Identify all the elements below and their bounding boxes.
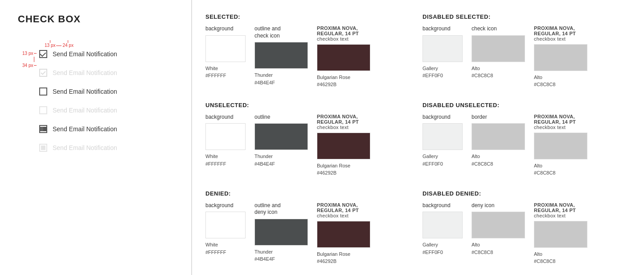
unselected-row: background White #FFFFFF outline Thunder…	[205, 114, 414, 177]
disabled-denied-icon-colorname: Alto #C8C8C8	[472, 241, 525, 256]
selected-font: PROXIMA NOVA,REGULAR, 14 PTcheckbox text…	[317, 25, 370, 88]
denied-outline-label: outline anddeny icon	[254, 202, 308, 216]
checkbox-label-unselected: Send Email Notification	[53, 88, 117, 95]
disabled-selected-font-colorname: Alto #C8C8C8	[534, 74, 587, 88]
disabled-unselected-font-colorname: Alto #C8C8C8	[534, 162, 587, 177]
denied-font: PROXIMA NOVA,REGULAR, 14 PTcheckbox text…	[317, 202, 370, 265]
disabled-selected-font-label: PROXIMA NOVA,REGULAR, 14 PTcheckbox text	[534, 25, 587, 42]
denied-font-colorname: Bulgarian Rose #46292B	[317, 250, 370, 265]
selected-bg-label: background	[205, 25, 246, 33]
denied-outline-swatch	[254, 219, 308, 246]
checkbox-box-denied-disabled	[39, 144, 47, 152]
unselected-bg-swatch	[205, 123, 246, 150]
checkbox-box-selected[interactable]	[39, 50, 47, 58]
checkbox-label-denied: Send Email Notification	[53, 125, 117, 133]
checkbox-label-denied-disabled: Send Email Notification	[53, 144, 117, 151]
checkbox-box-selected-disabled	[39, 69, 47, 77]
disabled-unselected-bg-colorname: Gallery #EFF0F0	[422, 153, 463, 167]
unselected-section: UNSELECTED: background White #FFFFFF out…	[205, 97, 414, 181]
unselected-title: UNSELECTED:	[205, 102, 414, 108]
checkbox-unselected-disabled: Send Email Notification	[39, 106, 173, 114]
disabled-selected-check: check icon Alto #C8C8C8	[472, 25, 525, 79]
selected-row: background White #FFFFFF outline andchec…	[205, 25, 414, 88]
main-container: CHECK BOX 13 px 24 px 13 px	[0, 0, 644, 275]
disabled-selected-row: background Gallery #EFF0F0 check icon Al…	[422, 25, 631, 88]
unselected-font-swatch	[317, 133, 370, 159]
unselected-bg-label: background	[205, 114, 246, 121]
disabled-denied-row: background Gallery #EFF0F0 deny icon Alt…	[422, 202, 631, 265]
disabled-unselected-font-swatch	[534, 133, 587, 159]
selected-title: SELECTED:	[205, 13, 414, 20]
disabled-denied-font-label: PROXIMA NOVA,REGULAR, 14 PTcheckbox text	[534, 202, 587, 218]
disabled-selected-check-label: check icon	[472, 25, 525, 33]
checkbox-box-unselected-disabled	[39, 106, 47, 114]
selected-font-colorname: Bulgarian Rose #46292B	[317, 74, 370, 88]
disabled-unselected-bg-swatch	[422, 123, 463, 150]
disabled-unselected-font-label: PROXIMA NOVA,REGULAR, 14 PTcheckbox text	[534, 114, 587, 130]
checkbox-label-selected-disabled: Send Email Notification	[53, 69, 117, 76]
disabled-denied-icon-swatch	[472, 212, 525, 238]
checkbox-denied[interactable]: Send Email Notification	[39, 125, 173, 133]
unselected-font-label: PROXIMA NOVA,REGULAR, 14 PTcheckbox text	[317, 114, 370, 130]
checkbox-box-unselected[interactable]	[39, 88, 47, 96]
denied-font-swatch	[317, 221, 370, 248]
disabled-denied-bg-swatch	[422, 212, 463, 238]
selected-background: background White #FFFFFF	[205, 25, 246, 79]
denied-bg-label: background	[205, 202, 246, 209]
disabled-unselected-title: DISABLED UNSELECTED:	[422, 102, 631, 108]
unselected-font-colorname: Bulgarian Rose #46292B	[317, 162, 370, 177]
selected-font-label: PROXIMA NOVA,REGULAR, 14 PTcheckbox text	[317, 25, 370, 42]
unselected-bg-colorname: White #FFFFFF	[205, 153, 246, 167]
disabled-selected-title: DISABLED SELECTED:	[422, 13, 631, 20]
denied-row: background White #FFFFFF outline anddeny…	[205, 202, 414, 265]
unselected-font: PROXIMA NOVA,REGULAR, 14 PTcheckbox text…	[317, 114, 370, 177]
selected-bg-colorname: White #FFFFFF	[205, 65, 246, 79]
left-panel: CHECK BOX 13 px 24 px 13 px	[0, 0, 192, 275]
disabled-denied-icon: deny icon Alto #C8C8C8	[472, 202, 525, 256]
disabled-unselected-row: background Gallery #EFF0F0 border Alto #…	[422, 114, 631, 177]
annotation-13px-left: 13 px	[22, 51, 33, 56]
unselected-outline-label: outline	[254, 114, 308, 121]
disabled-unselected-bg-label: background	[422, 114, 463, 121]
checkbox-label-unselected-disabled: Send Email Notification	[53, 107, 117, 114]
disabled-unselected-section: DISABLED UNSELECTED: background Gallery …	[422, 97, 631, 181]
disabled-denied-font-colorname: Alto #C8C8C8	[534, 250, 587, 265]
selected-bg-swatch	[205, 35, 246, 62]
checkbox-label-selected: Send Email Notification	[53, 50, 117, 58]
denied-font-label: PROXIMA NOVA,REGULAR, 14 PTcheckbox text	[317, 202, 370, 218]
disabled-denied-title: DISABLED DENIED:	[422, 190, 631, 197]
disabled-selected-check-colorname: Alto #C8C8C8	[472, 65, 525, 79]
denied-outline-colorname: Thunder #4B4E4F	[254, 248, 308, 263]
disabled-denied-font: PROXIMA NOVA,REGULAR, 14 PTcheckbox text…	[534, 202, 587, 265]
unselected-background: background White #FFFFFF	[205, 114, 246, 167]
disabled-unselected-border: border Alto #C8C8C8	[472, 114, 525, 167]
annotation-24px-top: 24 px	[62, 43, 73, 48]
disabled-selected-check-swatch	[472, 35, 525, 62]
disabled-selected-bg-colorname: Gallery #EFF0F0	[422, 65, 463, 79]
unselected-outline-colorname: Thunder #4B4E4F	[254, 153, 308, 167]
disabled-denied-background: background Gallery #EFF0F0	[422, 202, 463, 256]
disabled-selected-background: background Gallery #EFF0F0	[422, 25, 463, 79]
checkbox-selected[interactable]: Send Email Notification	[39, 50, 173, 58]
disabled-denied-icon-label: deny icon	[472, 202, 525, 209]
selected-outline: outline andcheck icon Thunder #4B4E4F	[254, 25, 308, 86]
disabled-denied-section: DISABLED DENIED: background Gallery #EFF…	[422, 186, 631, 270]
unselected-outline: outline Thunder #4B4E4F	[254, 114, 308, 167]
disabled-selected-font: PROXIMA NOVA,REGULAR, 14 PTcheckbox text…	[534, 25, 587, 88]
disabled-denied-font-swatch	[534, 221, 587, 248]
denied-title: DENIED:	[205, 190, 414, 197]
denied-outline: outline anddeny icon Thunder #4B4E4F	[254, 202, 308, 263]
checkbox-unselected[interactable]: Send Email Notification	[39, 88, 173, 96]
denied-section: DENIED: background White #FFFFFF outline…	[205, 186, 414, 270]
right-panel: SELECTED: background White #FFFFFF outli…	[192, 0, 644, 275]
checkbox-denied-disabled: Send Email Notification	[39, 144, 173, 152]
unselected-outline-swatch	[254, 123, 308, 150]
disabled-unselected-border-colorname: Alto #C8C8C8	[472, 153, 525, 167]
checkbox-selected-disabled: Send Email Notification	[39, 69, 173, 77]
disabled-unselected-font: PROXIMA NOVA,REGULAR, 14 PTcheckbox text…	[534, 114, 587, 177]
selected-font-swatch	[317, 44, 370, 71]
checkbox-box-denied[interactable]	[39, 125, 47, 133]
selected-outline-colorname: Thunder #4B4E4F	[254, 71, 308, 86]
disabled-selected-section: DISABLED SELECTED: background Gallery #E…	[422, 9, 631, 93]
selected-section: SELECTED: background White #FFFFFF outli…	[205, 9, 414, 93]
